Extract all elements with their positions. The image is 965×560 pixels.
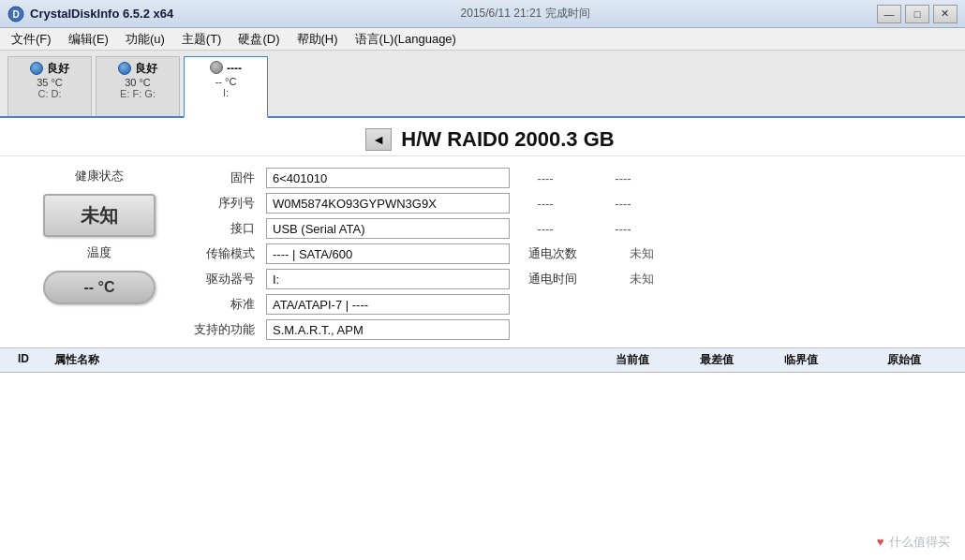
close-button[interactable]: ✕ <box>933 5 958 23</box>
tab-temp-1: 30 °C <box>125 77 151 88</box>
disk-tab-1[interactable]: 良好 30 °C E: F: G: <box>96 56 180 116</box>
interface-extra-2: ---- <box>581 222 665 236</box>
temp-label: 温度 <box>87 244 111 261</box>
power-time-value: 未知 <box>600 271 684 287</box>
disk-tabs: 良好 35 °C C: D: 良好 30 °C E: F: G: ---- --… <box>0 51 965 118</box>
firmware-row: 固件 6<401010 ---- ---- <box>184 168 950 188</box>
title-subtitle: 2015/6/11 21:21 完成时间 <box>461 6 590 22</box>
col-id: ID <box>0 352 47 368</box>
disk-tab-0[interactable]: 良好 35 °C C: D: <box>7 56 92 116</box>
fields-container: 固件 6<401010 ---- ---- 序列号 W0M5874KO93GYP… <box>184 168 950 340</box>
svg-text:D: D <box>12 9 19 20</box>
col-worst: 最差值 <box>675 352 759 368</box>
tab-drives-1: E: F: G: <box>120 88 156 99</box>
drivenum-row: 驱动器号 I: 通电时间 未知 <box>184 269 950 289</box>
status-dot-1 <box>118 62 131 75</box>
tab-status-1: 良好 <box>135 61 157 77</box>
interface-row: 接口 USB (Serial ATA) ---- ---- <box>184 218 950 239</box>
table-header: ID 属性名称 当前值 最差值 临界值 原始值 <box>0 348 965 373</box>
health-status-button[interactable]: 未知 <box>43 194 156 237</box>
drive-num-value: I: <box>266 269 510 289</box>
power-time-label: 通电时间 <box>517 271 592 287</box>
tab-drives-0: C: D: <box>37 88 61 99</box>
standard-row: 标准 ATA/ATAPI-7 | ---- <box>184 294 950 315</box>
standard-value: ATA/ATAPI-7 | ---- <box>266 294 510 315</box>
drive-header: ◄ H/W RAID0 2000.3 GB <box>0 118 965 156</box>
interface-value: USB (Serial ATA) <box>266 218 510 239</box>
features-label: 支持的功能 <box>184 321 259 338</box>
main-content: ◄ H/W RAID0 2000.3 GB 健康状态 未知 温度 -- °C 固… <box>0 118 965 560</box>
left-panel: 健康状态 未知 温度 -- °C <box>15 168 184 340</box>
power-count-label: 通电次数 <box>517 245 592 262</box>
tab-status-0: 良好 <box>47 61 69 77</box>
drive-num-label: 驱动器号 <box>184 271 259 287</box>
menu-file[interactable]: 文件(F) <box>4 29 59 50</box>
tab-drives-2: I: <box>223 87 229 98</box>
col-current: 当前值 <box>590 352 675 368</box>
firmware-label: 固件 <box>184 169 259 186</box>
menu-language[interactable]: 语言(L)(Language) <box>348 29 464 50</box>
features-value: S.M.A.R.T., APM <box>266 319 510 340</box>
app-title: CrystalDiskInfo 6.5.2 x64 <box>30 7 173 21</box>
status-dot-2 <box>210 61 223 74</box>
transfer-value: ---- | SATA/600 <box>266 243 510 264</box>
health-label: 健康状态 <box>75 168 124 184</box>
interface-extra-1: ---- <box>517 222 573 236</box>
firmware-extra-1: ---- <box>517 171 573 185</box>
tab-status-2: ---- <box>227 62 242 75</box>
interface-label: 接口 <box>184 220 259 237</box>
serial-row: 序列号 W0M5874KO93GYPWN3G9X ---- ---- <box>184 193 950 214</box>
minimize-button[interactable]: — <box>877 5 901 23</box>
back-button[interactable]: ◄ <box>365 128 392 151</box>
maximize-button[interactable]: □ <box>905 5 929 23</box>
tab-temp-2: -- °C <box>215 76 237 87</box>
col-threshold: 临界值 <box>759 352 843 368</box>
drive-title: H/W RAID0 2000.3 GB <box>401 127 614 152</box>
col-attr: 属性名称 <box>47 352 590 368</box>
firmware-extra-2: ---- <box>581 171 665 185</box>
power-count-value: 未知 <box>600 245 684 262</box>
serial-label: 序列号 <box>184 195 259 212</box>
app-icon: D <box>7 6 24 22</box>
transfer-label: 传输模式 <box>184 245 259 262</box>
tab-temp-0: 35 °C <box>37 77 63 88</box>
status-dot-0 <box>30 62 43 75</box>
menu-bar: 文件(F) 编辑(E) 功能(u) 主题(T) 硬盘(D) 帮助(H) 语言(L… <box>0 28 965 51</box>
title-left: D CrystalDiskInfo 6.5.2 x64 <box>7 6 173 22</box>
title-bar: D CrystalDiskInfo 6.5.2 x64 2015/6/11 21… <box>0 0 965 28</box>
col-raw: 原始值 <box>843 352 965 368</box>
disk-tab-2[interactable]: ---- -- °C I: <box>184 56 268 118</box>
menu-function[interactable]: 功能(u) <box>118 29 172 50</box>
serial-value: W0M5874KO93GYPWN3G9X <box>266 193 510 214</box>
table-body <box>0 373 965 448</box>
menu-theme[interactable]: 主题(T) <box>174 29 230 50</box>
features-row: 支持的功能 S.M.A.R.T., APM <box>184 319 950 340</box>
transfer-row: 传输模式 ---- | SATA/600 通电次数 未知 <box>184 243 950 264</box>
menu-edit[interactable]: 编辑(E) <box>61 29 116 50</box>
standard-label: 标准 <box>184 296 259 313</box>
smart-table: ID 属性名称 当前值 最差值 临界值 原始值 <box>0 347 965 560</box>
window-controls: — □ ✕ <box>877 5 958 23</box>
menu-help[interactable]: 帮助(H) <box>290 29 346 50</box>
firmware-value: 6<401010 <box>266 168 510 188</box>
menu-disk[interactable]: 硬盘(D) <box>230 29 287 50</box>
serial-extra-1: ---- <box>517 197 573 211</box>
info-section: 健康状态 未知 温度 -- °C 固件 6<401010 ---- ---- 序… <box>0 156 965 347</box>
temp-button[interactable]: -- °C <box>43 271 156 304</box>
serial-extra-2: ---- <box>581 197 665 211</box>
